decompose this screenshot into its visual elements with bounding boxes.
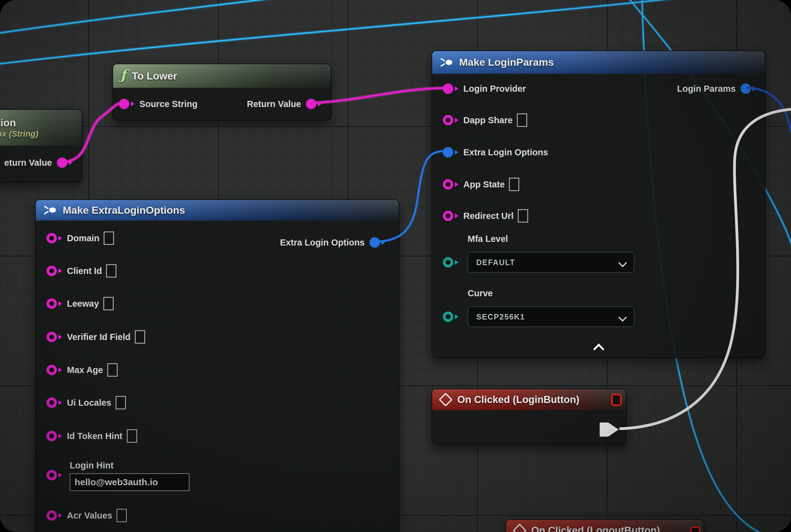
string-input-pin[interactable] — [119, 99, 129, 109]
decor-wire-top-1-glow — [0, 0, 335, 34]
to-lower-header[interactable]: ƒ To Lower — [113, 64, 331, 88]
decor-wire-top-1 — [0, 0, 335, 34]
domain-default-checkbox[interactable] — [103, 231, 114, 245]
leeway-input-row: Leeway — [46, 297, 114, 311]
enum-input-pin[interactable] — [443, 257, 453, 268]
struct-output-pin[interactable] — [740, 83, 751, 94]
id-token-hint-default-checkbox[interactable] — [127, 429, 137, 443]
app-state-input-row: App State — [443, 177, 519, 191]
redirect-url-default-checkbox[interactable] — [518, 209, 528, 223]
login-hint-input[interactable] — [70, 473, 190, 491]
pin-label: App State — [463, 179, 505, 190]
leeway-default-checkbox[interactable] — [103, 297, 114, 310]
acr-values-input-row: Acr Values — [46, 509, 127, 522]
node-title-fragment: tion — [0, 117, 16, 129]
delegate-pin[interactable] — [690, 527, 700, 532]
string-input-pin[interactable] — [46, 431, 57, 441]
collapse-arrow-icon[interactable] — [593, 344, 604, 355]
string-input-pin[interactable] — [46, 332, 57, 342]
blueprint-graph-canvas[interactable]: tion ox (String) eturn Value ƒ To Lower … — [0, 0, 791, 532]
function-icon: ƒ — [120, 68, 126, 82]
enum-input-pin[interactable] — [443, 311, 453, 322]
input-pin-label: Source String — [139, 99, 197, 109]
string-input-pin[interactable] — [46, 470, 57, 480]
pin-nub-icon — [58, 335, 62, 339]
make-extra-login-options-node[interactable]: Make ExtraLoginOptions Domain Client Id … — [35, 200, 400, 532]
id-token-hint-input-row: Id Token Hint — [46, 429, 137, 443]
string-input-pin[interactable] — [443, 211, 453, 221]
on-clicked-login-header[interactable]: On Clicked (LoginButton) — [432, 389, 626, 410]
max-age-default-checkbox[interactable] — [107, 363, 118, 377]
on-clicked-logout-button-node[interactable]: On Clicked (LogoutButton) — [505, 519, 704, 532]
string-output-pin[interactable] — [306, 99, 316, 109]
node-title: Make ExtraLoginOptions — [63, 204, 185, 216]
pin-nub-icon — [58, 301, 62, 306]
node-title: To Lower — [132, 70, 177, 82]
pin-label: Login Provider — [463, 84, 526, 94]
login-hint-label: Login Hint — [70, 460, 113, 471]
client-id-input-row: Client Id — [46, 264, 116, 278]
redirect-url-input-row: Redirect Url — [443, 209, 528, 223]
struct-input-pin[interactable] — [443, 147, 453, 157]
return-value-output-row: eturn Value — [4, 156, 73, 170]
delegate-pin[interactable] — [611, 394, 622, 406]
make-extra-login-options-header[interactable]: Make ExtraLoginOptions — [36, 200, 399, 221]
pin-nub-icon — [58, 367, 62, 373]
node-subtitle-fragment: ox (String) — [0, 130, 38, 138]
output-pin-label: eturn Value — [4, 158, 52, 168]
node-title: Make LoginParams — [459, 56, 554, 68]
pin-nub-icon — [455, 118, 459, 122]
to-lower-node[interactable]: ƒ To Lower Source String Return Value — [113, 63, 331, 120]
string-input-pin[interactable] — [46, 510, 57, 521]
client-id-default-checkbox[interactable] — [106, 264, 116, 278]
domain-input-row: Domain — [46, 231, 114, 245]
chevron-down-icon — [618, 313, 627, 322]
struct-output-pin[interactable] — [369, 237, 380, 248]
pin-label: Acr Values — [67, 511, 112, 521]
app-state-default-checkbox[interactable] — [509, 178, 519, 191]
event-diamond-icon — [513, 524, 526, 532]
exec-output-pin[interactable] — [600, 422, 622, 437]
dapp-share-input-row: Dapp Share — [443, 113, 527, 127]
truncated-function-node-header[interactable]: tion ox (String) — [0, 110, 82, 146]
pin-label: Ui Locales — [67, 398, 111, 408]
string-input-pin[interactable] — [46, 233, 57, 243]
truncated-function-node[interactable]: tion ox (String) eturn Value — [0, 109, 82, 183]
curve-dropdown[interactable]: SECP256K1 — [468, 306, 634, 327]
make-struct-icon — [440, 58, 454, 67]
string-input-pin[interactable] — [443, 115, 453, 125]
pin-label: Client Id — [67, 266, 102, 276]
string-input-pin[interactable] — [443, 179, 453, 190]
mfa-level-label: Mfa Level — [468, 234, 508, 244]
pin-nub-icon — [69, 160, 73, 165]
pin-nub-icon — [58, 434, 62, 438]
pin-label: Extra Login Options — [463, 147, 548, 157]
curve-pin-row — [443, 310, 459, 324]
string-input-pin[interactable] — [443, 83, 453, 94]
verifier-id-field-input-row: Verifier Id Field — [46, 330, 145, 344]
node-title: On Clicked (LogoutButton) — [531, 525, 660, 532]
string-input-pin[interactable] — [46, 299, 57, 309]
string-input-pin[interactable] — [46, 365, 57, 375]
pin-label: Max Age — [67, 365, 103, 375]
mfa-level-dropdown[interactable]: DEFAULT — [468, 252, 634, 273]
string-input-pin[interactable] — [46, 397, 57, 408]
make-login-params-header[interactable]: Make LoginParams — [432, 51, 765, 74]
make-login-params-node[interactable]: Make LoginParams Login Provider Dapp Sha… — [431, 51, 765, 358]
string-input-pin[interactable] — [46, 266, 57, 276]
verifier-id-field-default-checkbox[interactable] — [135, 330, 145, 344]
pin-label: Id Token Hint — [67, 431, 122, 441]
pin-nub-icon — [131, 101, 134, 107]
output-pin-label: Return Value — [247, 99, 301, 109]
pin-label: Leeway — [67, 299, 99, 309]
pin-nub-icon — [382, 240, 385, 245]
pin-nub-icon — [455, 213, 459, 218]
acr-values-default-checkbox[interactable] — [116, 509, 127, 522]
ui-locales-default-checkbox[interactable] — [116, 396, 126, 410]
curve-value: SECP256K1 — [476, 312, 525, 321]
string-output-pin[interactable] — [57, 157, 67, 168]
on-clicked-login-button-node[interactable]: On Clicked (LoginButton) — [431, 388, 626, 445]
on-clicked-logout-header[interactable]: On Clicked (LogoutButton) — [506, 520, 703, 532]
make-struct-icon — [43, 206, 57, 215]
dapp-share-default-checkbox[interactable] — [517, 113, 527, 127]
